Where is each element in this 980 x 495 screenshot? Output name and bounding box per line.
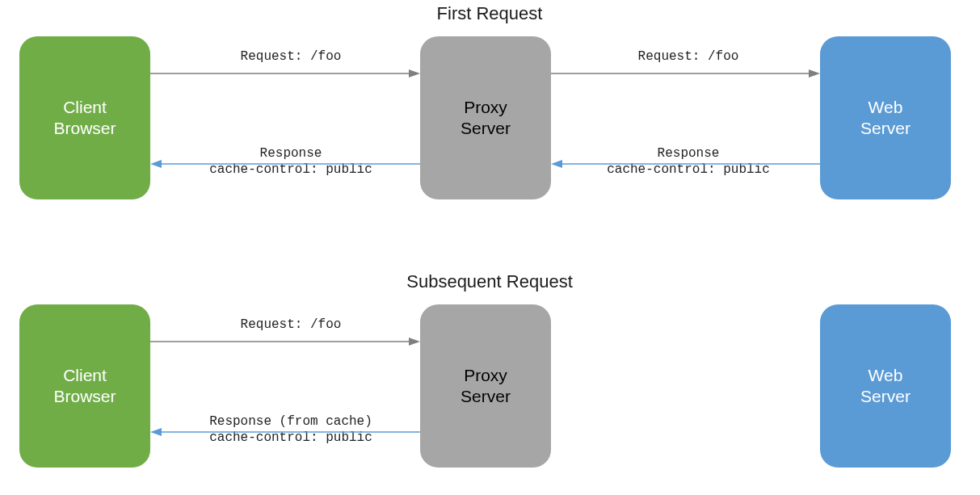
- node-web-subsequent-line1: Web: [869, 365, 903, 386]
- svg-marker-9: [409, 338, 420, 346]
- node-client-first-line2: Browser: [53, 118, 116, 139]
- diagram-canvas: First Request Client Browser Proxy Serve…: [0, 0, 980, 495]
- arrow-resp-proxy-client-sub: [150, 426, 420, 438]
- svg-marker-3: [809, 69, 820, 78]
- section-title-subsequent: Subsequent Request: [406, 271, 573, 292]
- node-proxy-first: Proxy Server: [420, 36, 551, 199]
- node-proxy-first-line1: Proxy: [464, 97, 507, 118]
- arrow-label-req-client-proxy-sub: Request: /foo: [241, 317, 342, 333]
- arrow-label-req-client-proxy-first: Request: /foo: [241, 48, 342, 65]
- node-client-subsequent: Client Browser: [19, 304, 150, 468]
- section-title-first: First Request: [437, 3, 543, 24]
- node-client-first: Client Browser: [19, 36, 150, 199]
- arrow-resp-proxy-client-first: [150, 158, 420, 170]
- arrow-req-client-proxy-sub: [150, 336, 420, 347]
- arrow-label-req-proxy-web-first: Request: /foo: [638, 48, 739, 65]
- node-web-first-line1: Web: [869, 97, 903, 118]
- node-web-first-line2: Server: [860, 118, 911, 139]
- node-client-first-line1: Client: [63, 97, 107, 118]
- node-proxy-subsequent: Proxy Server: [420, 304, 551, 468]
- svg-marker-5: [150, 160, 162, 168]
- arrow-req-client-proxy-first: [150, 68, 420, 79]
- arrow-req-proxy-web-first: [551, 68, 820, 79]
- svg-marker-1: [409, 69, 420, 78]
- node-web-first: Web Server: [820, 36, 951, 199]
- node-proxy-subsequent-line2: Server: [461, 386, 511, 407]
- node-web-subsequent-line2: Server: [860, 386, 911, 407]
- node-client-subsequent-line1: Client: [63, 365, 107, 386]
- svg-marker-11: [150, 428, 162, 436]
- node-proxy-first-line2: Server: [461, 118, 511, 139]
- svg-marker-7: [551, 160, 562, 168]
- node-proxy-subsequent-line1: Proxy: [464, 365, 507, 386]
- node-client-subsequent-line2: Browser: [53, 386, 116, 407]
- arrow-resp-web-proxy-first: [551, 158, 820, 170]
- node-web-subsequent: Web Server: [820, 304, 951, 468]
